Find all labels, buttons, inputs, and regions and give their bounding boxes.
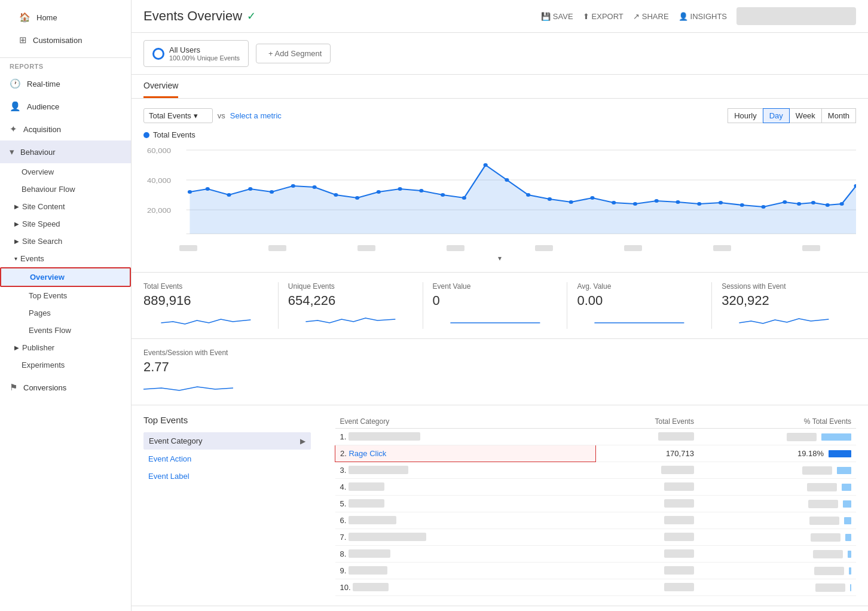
page-title: Events Overview <box>143 8 242 24</box>
metric-event-value-sparkline <box>433 311 558 329</box>
row-num: 2. Rage Click <box>335 445 596 462</box>
site-search-label: Site Search <box>22 237 62 246</box>
sidebar-sub-site-search[interactable]: ▶ Site Search <box>0 233 131 250</box>
export-icon: ⬆ <box>583 12 589 21</box>
behaviour-icon: ▾ <box>10 146 14 157</box>
sidebar-item-home[interactable]: 🏠 Home <box>10 6 121 29</box>
sidebar-sub-events[interactable]: ▾ Events <box>0 250 131 267</box>
top-events-filters: Event Category ▶ Event Action Event Labe… <box>143 432 311 484</box>
save-button[interactable]: 💾 SAVE <box>541 12 573 21</box>
main-header: Events Overview ✓ 💾 SAVE ⬆ EXPORT ↗ SHAR… <box>132 0 868 33</box>
svg-point-22 <box>505 178 509 182</box>
svg-point-38 <box>826 203 830 207</box>
segment-circle <box>152 48 164 60</box>
insights-button[interactable]: 👤 INSIGHTS <box>678 12 727 21</box>
time-btn-hourly[interactable]: Hourly <box>728 108 763 123</box>
svg-point-24 <box>548 197 552 201</box>
svg-text:40,000: 40,000 <box>147 177 171 185</box>
sidebar-sub-site-speed[interactable]: ▶ Site Speed <box>0 215 131 233</box>
metric-avg-value: Avg. Value 0.00 <box>567 282 712 329</box>
session-metric-value: 2.77 <box>143 359 233 375</box>
view-full-report-link[interactable]: view full report <box>132 606 868 611</box>
filter-event-category[interactable]: Event Category ▶ <box>143 432 311 450</box>
bar-fill <box>844 517 851 524</box>
svg-point-23 <box>526 193 530 197</box>
col-total-events: Total Events <box>595 415 699 429</box>
bar-cell <box>704 583 851 592</box>
sidebar-sub-overview[interactable]: Overview <box>0 163 131 181</box>
sidebar-sub-behaviour-flow[interactable]: Behaviour Flow <box>0 181 131 198</box>
metric-total-events-sparkline <box>143 311 268 329</box>
bar-cell <box>704 533 851 542</box>
behaviour-overview-label: Overview <box>22 167 54 176</box>
metric-sessions-with-event-value: 320,922 <box>722 293 846 308</box>
vs-text: vs <box>218 111 225 120</box>
sidebar-experiments[interactable]: Experiments <box>0 356 131 374</box>
row-total <box>595 462 699 479</box>
export-button[interactable]: ⬆ EXPORT <box>583 12 624 21</box>
all-users-segment[interactable]: All Users 100.00% Unique Events <box>143 40 249 67</box>
sidebar-top: 🏠 Home ⊞ Customisation <box>0 0 131 58</box>
add-segment-label: + Add Segment <box>268 49 322 58</box>
metric-unique-events-value: 654,226 <box>288 293 413 308</box>
time-btn-week[interactable]: Week <box>789 108 822 123</box>
row-total <box>595 496 699 512</box>
segment-sub: 100.00% Unique Events <box>169 54 240 62</box>
share-button[interactable]: ↗ SHARE <box>633 12 669 21</box>
svg-point-9 <box>227 193 231 197</box>
select-metric-link[interactable]: Select a metric <box>230 111 282 120</box>
sidebar-top-events[interactable]: Top Events <box>0 287 131 304</box>
svg-point-8 <box>206 187 210 191</box>
chart-legend: Total Events <box>143 130 856 139</box>
behaviour-label: Behaviour <box>20 148 56 157</box>
row-total <box>595 529 699 546</box>
metric-sessions-with-event-sparkline <box>722 311 846 329</box>
realtime-label: Real-time <box>27 80 60 88</box>
chart-toggle[interactable]: ▾ <box>143 253 856 262</box>
tab-overview[interactable]: Overview <box>143 75 178 98</box>
filter-event-label-label: Event Label <box>148 472 190 481</box>
filter-event-action[interactable]: Event Action <box>143 451 311 467</box>
metric-total-events-label: Total Events <box>143 282 268 291</box>
sidebar-home-label: Home <box>36 13 57 22</box>
svg-point-16 <box>377 190 381 194</box>
rage-click-link[interactable]: Rage Click <box>349 449 386 458</box>
sidebar-item-realtime[interactable]: 🕐 Real-time <box>0 72 131 95</box>
sidebar-sub-site-content[interactable]: ▶ Site Content <box>0 198 131 215</box>
time-btn-day[interactable]: Day <box>763 108 790 123</box>
main-content: Events Overview ✓ 💾 SAVE ⬆ EXPORT ↗ SHAR… <box>132 0 868 611</box>
sidebar-publisher[interactable]: ▶ Publisher <box>0 339 131 356</box>
filter-event-label[interactable]: Event Label <box>143 468 311 484</box>
time-btn-month[interactable]: Month <box>821 108 856 123</box>
events-table-body: 1. 2. <box>335 429 857 596</box>
sidebar-item-audience[interactable]: 👤 Audience <box>0 95 131 118</box>
bar-cell <box>704 483 851 491</box>
metric-dropdown[interactable]: Total Events ▾ <box>143 108 213 123</box>
svg-point-30 <box>676 200 680 204</box>
bar-fill <box>829 450 851 457</box>
metric-unique-events-label: Unique Events <box>288 282 413 291</box>
row-pct <box>699 546 856 563</box>
sidebar-events-overview[interactable]: Overview <box>0 267 131 287</box>
sidebar-item-customisation[interactable]: ⊞ Customisation <box>10 29 121 51</box>
svg-text:60,000: 60,000 <box>147 147 171 155</box>
metric-avg-value-value: 0.00 <box>577 293 702 308</box>
table-row: 2. Rage Click 170,713 19.18% <box>335 445 857 462</box>
conversions-label: Conversions <box>23 383 66 392</box>
row-total <box>595 429 699 445</box>
row-num: 1. <box>335 429 596 445</box>
home-icon: 🏠 <box>19 12 30 23</box>
svg-point-36 <box>797 202 801 206</box>
row-pct <box>699 512 856 529</box>
sidebar-item-acquisition[interactable]: ✦ Acquisition <box>0 118 131 140</box>
bar-cell <box>704 433 851 441</box>
sidebar-item-behaviour[interactable]: ▾ Behaviour <box>0 140 131 163</box>
sidebar-pages[interactable]: Pages <box>0 304 131 322</box>
sidebar-item-conversions[interactable]: ⚑ Conversions <box>0 376 131 399</box>
add-segment-button[interactable]: + Add Segment <box>256 44 331 63</box>
date-axis <box>143 243 856 251</box>
metric-unique-events-sparkline <box>288 311 413 329</box>
sidebar-events-flow[interactable]: Events Flow <box>0 322 131 339</box>
svg-point-31 <box>697 202 701 206</box>
table-row: 9. <box>335 563 857 579</box>
